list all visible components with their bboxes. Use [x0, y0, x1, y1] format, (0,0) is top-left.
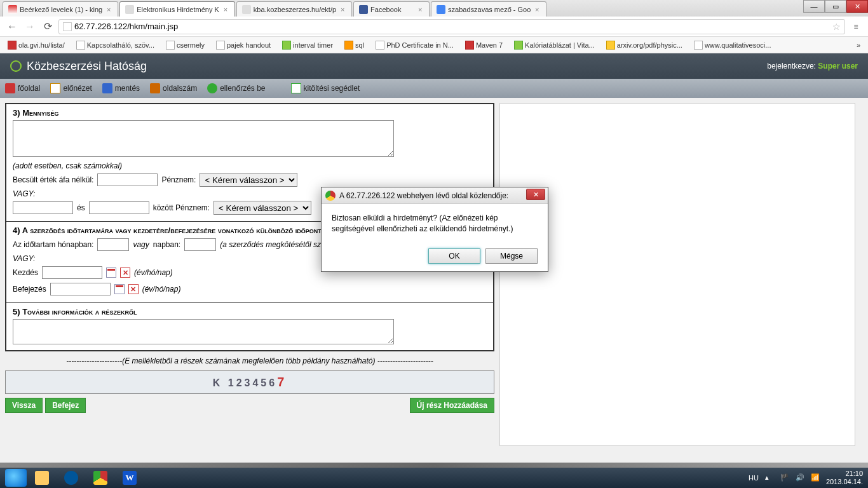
close-icon[interactable]: ×: [339, 6, 346, 13]
duration-months-input[interactable]: [97, 238, 129, 251]
pager-2[interactable]: 2: [236, 377, 245, 388]
tab-google[interactable]: szabadszavas mező - Goo×: [431, 1, 546, 17]
bookmark-ola[interactable]: ola.gvi.hu/lista/: [5, 39, 67, 51]
quantity-textarea[interactable]: [13, 120, 394, 157]
finish-button[interactable]: Befejez: [45, 398, 86, 413]
range-from-input[interactable]: [13, 201, 73, 214]
tab-hirdetmeny[interactable]: Elektronikus Hirdetmény K×: [119, 1, 235, 17]
start-label: Kezdés: [13, 268, 38, 277]
bookmark-arxiv[interactable]: arxiv.org/pdf/physic...: [604, 39, 685, 51]
bookmark-pajek[interactable]: pajek handout: [214, 39, 273, 51]
toolbar-home[interactable]: főoldal: [5, 83, 40, 93]
bookmark-csermely[interactable]: csermely: [163, 39, 207, 51]
bookmark-label: ola.gvi.hu/lista/: [18, 41, 65, 49]
clear-icon[interactable]: ✕: [128, 284, 139, 294]
bookmark-sql[interactable]: sql: [342, 39, 367, 51]
pager-1[interactable]: 1: [228, 377, 236, 388]
task-explorer[interactable]: [28, 469, 56, 487]
bookmark-interval[interactable]: interval timer: [280, 39, 336, 51]
url-input[interactable]: [74, 22, 830, 31]
tab-kba[interactable]: kba.kozbeszerzes.hu/ekt/p×: [236, 1, 352, 17]
language-indicator[interactable]: HU: [749, 474, 759, 482]
or-label: vagy: [133, 240, 149, 249]
info-textarea[interactable]: [13, 319, 394, 344]
date-format-hint: (év/hó/nap): [134, 268, 173, 277]
pager-5[interactable]: 5: [261, 377, 269, 388]
close-icon[interactable]: ×: [533, 6, 541, 13]
pager-4[interactable]: 4: [252, 377, 261, 388]
calendar-icon[interactable]: [106, 268, 116, 278]
toolbar-check[interactable]: ellenőrzés be: [207, 83, 265, 93]
section-5: 5) További információk a részekről: [6, 303, 493, 350]
bookmark-star-icon[interactable]: ☆: [832, 22, 841, 32]
bookmark-qualitative[interactable]: www.qualitativesoci...: [691, 39, 774, 51]
pager-6[interactable]: 6: [269, 377, 277, 388]
action-center-icon[interactable]: 🏴: [780, 473, 789, 482]
duration-days-input[interactable]: [184, 238, 216, 251]
back-button[interactable]: Vissza: [5, 398, 43, 413]
bookmark-label: www.qualitativesoci...: [705, 41, 771, 49]
toolbar-page[interactable]: oldalszám: [150, 83, 197, 93]
forward-button[interactable]: →: [23, 20, 37, 34]
toolbar-save[interactable]: mentés: [102, 83, 140, 93]
address-bar[interactable]: ☆: [58, 19, 845, 34]
reload-button[interactable]: ⟳: [41, 20, 55, 34]
bookmark-icon: [376, 41, 384, 50]
ok-button[interactable]: OK: [428, 248, 480, 264]
toolbar-help[interactable]: kitöltési segédlet: [291, 83, 360, 93]
date-format-hint: (év/hó/nap): [142, 285, 181, 294]
explorer-icon: [35, 471, 49, 485]
cancel-button[interactable]: Mégse: [485, 248, 538, 264]
dialog-title: A 62.77.226.122 webhelyen lévő oldal köz…: [339, 191, 508, 200]
back-button[interactable]: ←: [5, 20, 19, 34]
end-date-input[interactable]: [50, 283, 111, 295]
section-title: 3) Mennyiség: [13, 108, 487, 118]
clear-icon[interactable]: ✕: [120, 268, 130, 278]
dialog-body: Biztosan elküldi a hirdetményt? (Az előn…: [322, 204, 548, 243]
task-word[interactable]: W: [116, 469, 144, 487]
taskbar: W HU ▴ 🏴 🔊 📶 21:10 2013.04.14.: [0, 468, 868, 488]
tab-facebook[interactable]: Facebook×: [353, 1, 430, 17]
est-value-input[interactable]: [97, 173, 158, 186]
close-icon[interactable]: ×: [416, 6, 424, 13]
pager-current[interactable]: 7: [277, 375, 287, 389]
close-icon[interactable]: ×: [222, 6, 229, 13]
bookmark-phd[interactable]: PhD Certificate in N...: [373, 39, 456, 51]
calendar-icon[interactable]: [114, 284, 125, 294]
bookmark-kaloria[interactable]: Kalóriatáblázat | Vita...: [512, 39, 597, 51]
bookmark-overflow[interactable]: »: [854, 40, 863, 50]
add-part-button[interactable]: Új rész Hozzáadása: [410, 398, 494, 413]
bookmark-kapcsolathalo[interactable]: Kapcsolatháló, szöv...: [74, 39, 157, 51]
bookmark-maven[interactable]: Maven 7: [463, 39, 505, 51]
toolbar-label: oldalszám: [163, 84, 197, 93]
pager-k[interactable]: K: [213, 377, 223, 388]
minimize-button[interactable]: —: [803, 0, 825, 13]
dialog-close-button[interactable]: ✕: [526, 189, 545, 200]
tray-chevron-icon[interactable]: ▴: [765, 473, 774, 482]
chrome-icon: [325, 191, 336, 201]
task-chrome[interactable]: [86, 469, 114, 487]
login-label: bejelentkezve:: [767, 62, 816, 71]
close-icon[interactable]: ×: [105, 6, 112, 13]
clock[interactable]: 21:10 2013.04.14.: [826, 470, 863, 486]
task-bittorrent[interactable]: [57, 469, 85, 487]
page-title: Közbeszerzési Hatóság: [27, 60, 147, 73]
pager-3[interactable]: 3: [245, 377, 253, 388]
close-window-button[interactable]: ✕: [846, 0, 868, 13]
start-button[interactable]: [5, 469, 27, 487]
bookmark-label: Kapcsolatháló, szöv...: [87, 41, 154, 49]
currency-select[interactable]: < Kérem válasszon >: [200, 173, 297, 187]
page-header: Közbeszerzési Hatóság bejelentkezve: Sup…: [0, 53, 868, 79]
tab-gmail[interactable]: Beérkező levelek (1) - king×: [3, 1, 118, 17]
app-toolbar: főoldal előnézet mentés oldalszám ellenő…: [0, 79, 868, 98]
currency-select-2[interactable]: < Kérem válasszon >: [214, 201, 311, 215]
toolbar-preview[interactable]: előnézet: [50, 83, 92, 93]
bookmark-label: sql: [355, 41, 364, 49]
start-date-input[interactable]: [42, 266, 102, 279]
maximize-button[interactable]: ▭: [825, 0, 846, 13]
range-to-input[interactable]: [89, 201, 149, 214]
form-column: 3) Mennyiség (adott esetben, csak számok…: [5, 103, 494, 446]
wifi-icon[interactable]: 📶: [811, 473, 820, 482]
menu-icon[interactable]: ≡: [849, 20, 863, 34]
volume-icon[interactable]: 🔊: [796, 473, 804, 482]
